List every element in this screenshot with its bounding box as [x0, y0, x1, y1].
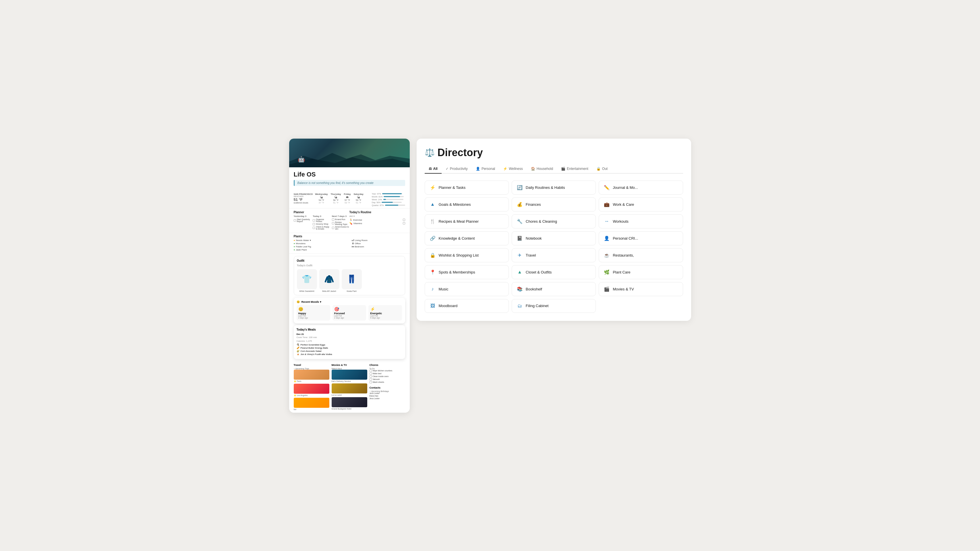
chore-5: Wash sheets — [369, 381, 405, 383]
movies-dir-icon: 🎬 — [604, 286, 610, 292]
plants-section: Plants ●Needs Water ▾ ●Monstera ●Fiddle … — [289, 233, 410, 254]
routine-section: Today's Routine AM ▾ 🏃Exercise 💊Vitamins — [350, 211, 405, 230]
dir-item-chores-label: Chores & Cleaning — [526, 219, 557, 224]
tab-productivity[interactable]: ✓ Productivity — [442, 164, 472, 174]
dir-item-recipes[interactable]: 🍴 Recipes & Meal Planner — [425, 214, 509, 229]
dir-item-moodboard[interactable]: 🖼 Moodboard — [425, 299, 509, 313]
planner-item: Send Invoice to Jen — [332, 226, 350, 230]
dir-item-finances-label: Finances — [526, 202, 541, 206]
meal-1: 🍳Perfect Scrambled Eggs — [297, 343, 402, 346]
tab-personal-icon: 👤 — [476, 167, 480, 171]
dir-item-knowledge[interactable]: 🔗 Knowledge & Content — [425, 231, 509, 245]
plant-room-3: 🛏Bedroom — [352, 245, 405, 248]
travel-img-2 — [294, 384, 329, 394]
tab-all-label: All — [433, 167, 438, 171]
dir-item-wishlist[interactable]: 🔒 Wishlist & Shopping List — [425, 248, 509, 262]
tab-household-icon: 🏠 — [531, 167, 535, 171]
dir-item-plants-label: Plant Care — [613, 270, 630, 274]
tab-out-label: Out — [602, 167, 608, 171]
routine-item-exercise: 🏃Exercise — [350, 219, 405, 221]
outfit-subtitle: Today's Outfit — [297, 264, 402, 267]
meals-title: Today's Meals — [297, 328, 402, 331]
chores-title: Chores — [369, 364, 405, 367]
dir-item-goals-label: Goals & Milestones — [439, 202, 471, 206]
tab-personal[interactable]: 👤 Personal — [472, 164, 499, 174]
tab-household-label: Household — [537, 167, 553, 171]
dir-item-journal-label: Journal & Mo... — [613, 186, 638, 190]
outfit-item-pant: 👖 Keala Pant — [342, 269, 362, 292]
contact-3: Jess Lester — [369, 397, 405, 400]
dir-item-chores[interactable]: 🔧 Chores & Cleaning — [512, 214, 596, 229]
finances-icon: 💰 — [517, 202, 523, 207]
dir-item-bookshelf-label: Bookshelf — [526, 287, 542, 291]
filing-icon: 🗂 — [517, 303, 523, 308]
dir-item-personal-cri[interactable]: 👤 Personal CRI... — [599, 231, 683, 245]
movie-img-1 — [332, 370, 367, 380]
travel-img-1 — [294, 370, 329, 380]
mood-items: 😊 Happy Last Felt 2 days ago 🎯 Focused L… — [297, 305, 402, 321]
tab-out-icon: 🔒 — [597, 167, 601, 171]
tab-entertainment[interactable]: 🎬 Entertainment — [557, 164, 592, 174]
dir-item-plants[interactable]: 🌿 Plant Care — [599, 265, 683, 279]
meals-card: Today's Meals Dec 21 Cook Time: 100 min … — [294, 325, 405, 359]
dir-item-finances[interactable]: 💰 Finances — [512, 197, 596, 211]
bookshelf-icon: 📚 — [517, 286, 523, 292]
plant-needs-water: ●Needs Water ▾ — [294, 239, 347, 241]
planner-item: Check & Reply to Emails — [313, 226, 330, 230]
moodboard-icon: 🖼 — [430, 303, 436, 308]
planner-icon: ⚡ — [430, 185, 436, 190]
meals-date: Dec 21 — [297, 333, 402, 335]
plant-room-2: 🖥Office — [352, 242, 405, 245]
planner-columns: Yesterday 3 Start Quarterly Report Today… — [294, 215, 350, 230]
mood-focused: 🎯 Focused Last Felt 2 days ago — [332, 305, 366, 321]
music-icon: ♪ — [430, 286, 436, 292]
knowledge-icon: 🔗 — [430, 236, 436, 241]
dir-item-wishlist-label: Wishlist & Shopping List — [439, 253, 479, 257]
dir-item-journal[interactable]: ✏️ Journal & Mo... — [599, 181, 683, 195]
tab-productivity-icon: ✓ — [445, 167, 449, 171]
dir-item-filing-label: Filing Cabinet — [526, 303, 549, 308]
dir-item-notebook-label: Notebook — [526, 236, 542, 240]
life-os-header: Life OS Balance is not something you fin… — [289, 167, 410, 191]
dir-item-closet[interactable]: ▲ Closet & Outfits — [512, 265, 596, 279]
dir-item-filing[interactable]: 🗂 Filing Cabinet — [512, 299, 596, 313]
tab-all[interactable]: ⚖ All — [425, 164, 442, 174]
goals-icon: ▲ — [430, 202, 436, 207]
meals-cooktime: Cook Time: 100 min — [297, 336, 402, 339]
dir-item-bookshelf[interactable]: 📚 Bookshelf — [512, 282, 596, 296]
dir-item-movies[interactable]: 🎬 Movies & TV — [599, 282, 683, 296]
dir-item-restaurants[interactable]: ☕ Restaurants, — [599, 248, 683, 262]
dir-item-music[interactable]: ♪ Music — [425, 282, 509, 296]
directory-icon: ⚖️ — [425, 148, 435, 157]
chore-1: Wipe kitchen counters — [369, 370, 405, 372]
dir-item-spots[interactable]: 📍 Spots & Memberships — [425, 265, 509, 279]
mood-meals-area: 😊 Recent Moods ▾ 😊 Happy Last Felt 2 day… — [289, 298, 410, 361]
life-os-title: Life OS — [294, 171, 405, 178]
dir-item-spots-label: Spots & Memberships — [439, 270, 475, 274]
travel-title: Travel — [294, 364, 329, 367]
dir-item-routines[interactable]: 🔄 Daily Routines & Habits — [512, 181, 596, 195]
hero-image: 🤖 — [289, 139, 410, 167]
planner-title: Planner — [294, 211, 350, 214]
dir-item-notebook[interactable]: 📓 Notebook — [512, 231, 596, 245]
dir-item-planner-label: Planner & Tasks — [439, 186, 466, 190]
meal-3: 🥑Corn Avocado Salad — [297, 350, 402, 353]
plant-jade: ●Jade Plant — [294, 249, 347, 251]
dir-item-workouts[interactable]: ↔ Workouts — [599, 214, 683, 229]
contact-2: Elara Han — [369, 395, 405, 397]
planner-routine-row: Planner Yesterday 3 Start Quarterly Repo… — [289, 208, 410, 233]
dir-item-music-label: Music — [439, 287, 449, 291]
dir-item-planner[interactable]: ⚡ Planner & Tasks — [425, 181, 509, 195]
dir-item-work[interactable]: 💼 Work & Care — [599, 197, 683, 211]
dir-item-goals[interactable]: ▲ Goals & Milestones — [425, 197, 509, 211]
tab-productivity-label: Productivity — [450, 167, 468, 171]
tab-wellness[interactable]: ⚡ Wellness — [499, 164, 527, 174]
tab-household[interactable]: 🏠 Household — [527, 164, 557, 174]
tab-entertainment-icon: 🎬 — [561, 167, 565, 171]
tab-out[interactable]: 🔒 Out — [592, 164, 612, 174]
chore-4: Vacuum — [369, 378, 405, 381]
dir-item-travel-label: Travel — [526, 253, 536, 257]
dir-item-work-label: Work & Care — [613, 202, 634, 206]
restaurants-icon: ☕ — [604, 252, 610, 258]
dir-item-travel[interactable]: ✈ Travel — [512, 248, 596, 262]
